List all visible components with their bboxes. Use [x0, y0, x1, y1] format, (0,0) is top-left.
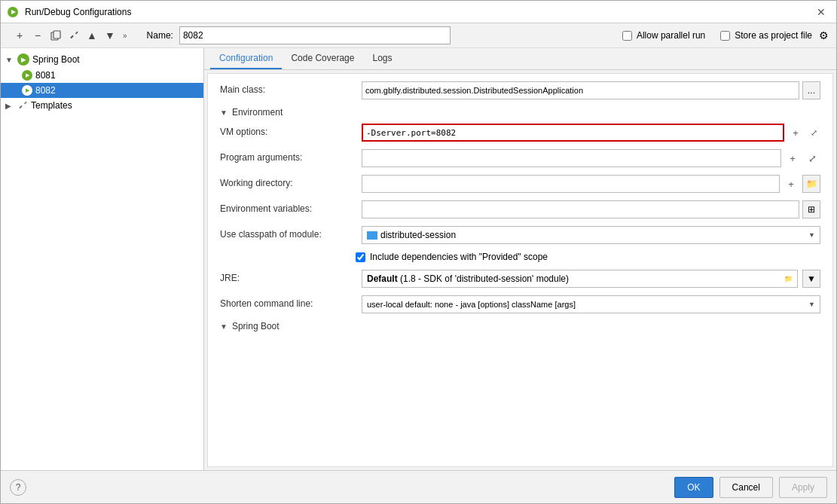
- vm-options-row: VM options: -Dserver.port=8082 + ⤢: [220, 124, 820, 142]
- jre-dropdown[interactable]: Default (1.8 - SDK of 'distributed-sessi…: [362, 270, 798, 288]
- vm-options-text: -Dserver.port=8082: [366, 128, 456, 138]
- tab-code-coverage[interactable]: Code Coverage: [282, 48, 363, 69]
- env-vars-browse-button[interactable]: ⊞: [802, 200, 820, 218]
- move-down-button[interactable]: ▼: [102, 27, 118, 44]
- program-args-add-button[interactable]: +: [784, 150, 801, 166]
- close-button[interactable]: ✕: [812, 5, 830, 20]
- sidebar-item-templates[interactable]: ▶ Templates: [1, 98, 203, 113]
- footer: ? OK Cancel Apply: [1, 470, 836, 503]
- jre-browse-button[interactable]: ▼: [802, 270, 820, 288]
- window-title: Run/Debug Configurations: [25, 7, 806, 17]
- allow-parallel-label: Allow parallel run: [637, 30, 705, 41]
- templates-expand-arrow: ▶: [5, 102, 14, 110]
- tab-logs[interactable]: Logs: [363, 48, 401, 69]
- sidebar-item-springboot-parent[interactable]: ▼ ▶ Spring Boot: [1, 51, 203, 68]
- classpath-row: Use classpath of module: distributed-ses…: [220, 226, 820, 244]
- jre-row: JRE: Default (1.8 - SDK of 'distributed-…: [220, 270, 820, 288]
- working-dir-value: + 📁: [362, 175, 820, 193]
- main-class-row: Main class: …: [220, 81, 820, 99]
- shorten-cmd-row: Shorten command line: user-local default…: [220, 295, 820, 313]
- classpath-dropdown[interactable]: distributed-session ▼: [362, 226, 820, 244]
- help-button[interactable]: ?: [10, 479, 26, 496]
- help-icon: ?: [16, 482, 21, 493]
- move-up-button[interactable]: ▲: [84, 27, 100, 44]
- sidebar-springboot-label: Spring Boot: [32, 54, 80, 65]
- environment-section-header: ▼ Environment: [220, 107, 820, 118]
- wrench-icon: [69, 30, 79, 41]
- spring-boot-collapse-arrow[interactable]: ▼: [220, 322, 228, 331]
- classpath-dropdown-arrow: ▼: [808, 231, 815, 239]
- sidebar-templates-label: Templates: [31, 100, 72, 111]
- store-project-file-checkbox[interactable]: [720, 31, 730, 41]
- tabs: Configuration Code Coverage Logs: [204, 48, 836, 70]
- classpath-value: distributed-session ▼: [362, 226, 820, 244]
- include-deps-label: Include dependencies with "Provided" sco…: [370, 252, 548, 262]
- springboot-icon: ▶: [17, 53, 29, 66]
- overflow-button[interactable]: »: [120, 32, 130, 40]
- cancel-button[interactable]: Cancel: [719, 477, 773, 498]
- env-vars-label: Environment variables:: [220, 200, 356, 214]
- jre-folder-icon: 📁: [784, 275, 793, 283]
- name-input[interactable]: [179, 26, 451, 44]
- wrench-icon-templates: [17, 100, 28, 111]
- apply-button[interactable]: Apply: [779, 477, 827, 498]
- sidebar-item-8081[interactable]: ▶ 8081: [1, 68, 203, 83]
- settings-button[interactable]: [66, 27, 82, 44]
- main-class-browse-button[interactable]: …: [802, 81, 820, 99]
- vm-options-label: VM options:: [220, 124, 356, 137]
- env-vars-value: ⊞: [362, 200, 820, 218]
- content-area: ▼ ▶ Spring Boot ▶ 8081 ▶ 8082 ▶ T: [1, 48, 836, 470]
- svg-rect-3: [53, 31, 60, 38]
- run-icon-8081: ▶: [22, 70, 32, 81]
- classpath-label: Use classpath of module:: [220, 226, 356, 240]
- vm-options-box: -Dserver.port=8082: [362, 124, 784, 142]
- jre-detail-text: (1.8 - SDK of 'distributed-session' modu…: [400, 273, 569, 284]
- sidebar-8082-label: 8082: [35, 85, 56, 96]
- vm-options-add-button[interactable]: +: [787, 124, 804, 141]
- environment-collapse-arrow[interactable]: ▼: [220, 108, 228, 117]
- working-dir-input[interactable]: [362, 175, 780, 193]
- ok-button[interactable]: OK: [674, 477, 713, 498]
- allow-parallel-checkbox[interactable]: [622, 31, 632, 41]
- jre-label: JRE:: [220, 270, 356, 283]
- svg-rect-5: [19, 105, 23, 109]
- sidebar-8081-label: 8081: [35, 70, 56, 81]
- add-button[interactable]: +: [11, 27, 28, 44]
- sidebar: ▼ ▶ Spring Boot ▶ 8081 ▶ 8082 ▶ T: [1, 48, 204, 470]
- main-class-value: …: [362, 81, 820, 99]
- sidebar-item-8082[interactable]: ▶ 8082: [1, 83, 203, 98]
- tab-configuration[interactable]: Configuration: [210, 48, 282, 69]
- program-args-input[interactable]: [362, 149, 781, 167]
- vm-options-expand-button[interactable]: ⤢: [807, 126, 820, 139]
- program-args-row: Program arguments: + ⤢: [220, 149, 820, 167]
- copy-button[interactable]: [47, 27, 64, 44]
- include-deps-row: Include dependencies with "Provided" sco…: [356, 252, 820, 262]
- env-vars-input[interactable]: [362, 200, 799, 218]
- toolbar: + − ▲ ▼ »: [7, 27, 135, 44]
- env-vars-row: Environment variables: ⊞: [220, 200, 820, 218]
- copy-icon: [50, 30, 61, 41]
- expand-arrow: ▼: [5, 56, 14, 64]
- program-args-label: Program arguments:: [220, 149, 356, 163]
- run-icon-8082: ▶: [22, 85, 32, 96]
- include-deps-checkbox[interactable]: [356, 252, 365, 262]
- classpath-dropdown-text: distributed-session: [380, 230, 456, 240]
- title-bar: Run/Debug Configurations ✕: [1, 1, 836, 23]
- shorten-cmd-arrow: ▼: [808, 301, 815, 308]
- main-class-label: Main class:: [220, 81, 356, 95]
- shorten-cmd-label: Shorten command line:: [220, 295, 356, 309]
- parallel-row: Allow parallel run: [622, 30, 705, 41]
- shorten-cmd-dropdown[interactable]: user-local default: none - java [options…: [362, 295, 820, 313]
- vm-options-value: -Dserver.port=8082 + ⤢: [362, 124, 820, 142]
- store-gear-button[interactable]: ⚙: [817, 29, 830, 42]
- name-label: Name:: [147, 30, 173, 41]
- name-row: Name:: [141, 26, 616, 44]
- main-class-input[interactable]: [362, 81, 799, 99]
- store-row: Store as project file ⚙: [720, 29, 830, 42]
- program-args-expand-button[interactable]: ⤢: [804, 150, 820, 166]
- remove-button[interactable]: −: [29, 27, 46, 44]
- window-icon: [7, 6, 19, 18]
- working-dir-add-button[interactable]: +: [783, 176, 799, 192]
- working-dir-label: Working directory:: [220, 175, 356, 188]
- working-dir-folder-button[interactable]: 📁: [802, 175, 820, 193]
